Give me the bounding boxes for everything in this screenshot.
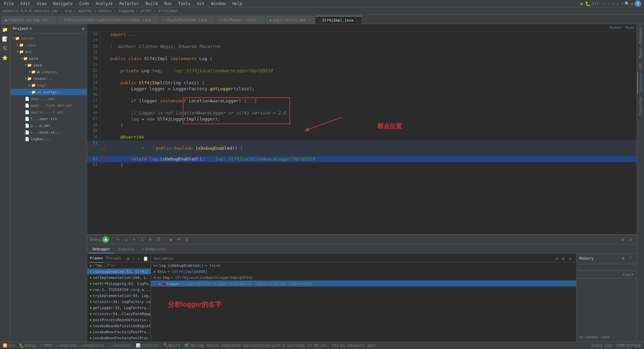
frame-down[interactable]: ↓	[138, 255, 140, 262]
frame-5[interactable]: ● <clinit>:34, LogFactory /o...	[87, 299, 151, 305]
tree-pom[interactable]: 📄 p...m.xml	[10, 122, 87, 129]
favorites-icon[interactable]: ⭐	[1, 54, 9, 62]
frames-button[interactable]: ⏱	[155, 236, 162, 243]
reader-mode-button[interactable]: Reader Mode	[609, 26, 634, 30]
tab-evaluation-close[interactable]: ✕	[154, 18, 156, 22]
status-debug[interactable]: 🐛 Debug	[19, 343, 36, 348]
tree-main[interactable]: ▼ 📁 main	[10, 55, 87, 62]
status-spring[interactable]: 🌿 Spring	[184, 343, 203, 348]
memory-settings[interactable]: ⚙	[620, 255, 627, 262]
menu-run[interactable]: Run	[163, 1, 173, 7]
project-icon[interactable]: 📁	[1, 26, 9, 34]
breakpoint-51[interactable]: ●	[103, 146, 105, 151]
profile-icon[interactable]: U	[635, 0, 641, 7]
menu-tools[interactable]: Tools	[177, 1, 192, 7]
var-item-isDebugEnabled[interactable]: oo log.isDebugEnabled() = false	[151, 262, 576, 268]
status-problems[interactable]: ⚠ Problems	[56, 343, 77, 348]
frame-9[interactable]: ● invokeBeanDefinitionRegist...	[87, 323, 151, 329]
frame-10[interactable]: ● invokeBeanFactoryPostPro...	[87, 329, 151, 335]
status-event-log[interactable]: Event Log	[591, 343, 611, 348]
tree-logback[interactable]: 📄 logbac...	[10, 136, 87, 142]
var-settings[interactable]: ⚙	[560, 255, 567, 262]
frame-4[interactable]: ● tryImplementation:93, Log...	[87, 293, 151, 299]
restore-layout-button[interactable]: ⊡	[183, 236, 190, 243]
frame-12[interactable]: ● refresh:532, AbstractApplic...	[87, 341, 151, 342]
frame-6[interactable]: ● getLogger:32, LogFactory...	[87, 305, 151, 311]
tree-license[interactable]: 📄 l...ense.xt...	[10, 129, 87, 136]
vtab-git[interactable]: Git	[638, 61, 643, 71]
tree-app-dev-yml[interactable]: 📄 appl...tion-dev.yml	[10, 102, 87, 109]
step-into-button[interactable]: ↓	[123, 236, 129, 243]
tree-app-yml[interactable]: 📄 appl... .yml	[10, 95, 87, 102]
tab-sql[interactable]: ◇ SqlMapper.class ✕	[216, 16, 265, 24]
debug-settings[interactable]: ⚙	[619, 236, 626, 243]
var-item-log[interactable]: ▼ oo log = {Slf4jLocationAwareLoggerImpl…	[151, 275, 576, 281]
menu-window[interactable]: Window	[210, 1, 227, 7]
tab-console[interactable]: Console	[114, 245, 138, 253]
frame-1[interactable]: ● setImplementation:104, L...	[87, 275, 151, 281]
breakpoint-52[interactable]: ●	[103, 156, 105, 162]
frame-11[interactable]: ● invokeBeanFactoryPostProc...	[87, 335, 151, 341]
tab-gwy-close[interactable]: ✕	[210, 18, 212, 22]
tab-logback[interactable]: ◆ logback-spring.xml ✕	[1, 16, 57, 24]
frames-settings[interactable]: ⚙	[127, 255, 129, 262]
tab-application[interactable]: ◆ application.yml ✕	[266, 16, 314, 24]
status-terminal[interactable]: ⬛ Terminal	[108, 343, 132, 348]
vtab-database[interactable]: Database	[638, 26, 643, 46]
var-add[interactable]: +	[553, 255, 560, 262]
frame-0[interactable]: ● isDebugEnabled:52, Slf4jI	[87, 268, 151, 275]
tree-compass[interactable]: ▼ 📁 ■ compass	[10, 68, 87, 75]
status-git[interactable]: 🔀 Git	[3, 343, 15, 348]
frame-2[interactable]: ● setSlf4jLogging:63, LogFa...	[87, 281, 151, 287]
run-button[interactable]: ▶	[580, 0, 584, 7]
menu-code[interactable]: Code	[78, 1, 91, 7]
tree-server[interactable]: ▼ 📁 server	[10, 35, 87, 42]
step-over-button[interactable]: ↷	[115, 236, 121, 243]
menu-view[interactable]: View	[36, 1, 48, 7]
status-profiler[interactable]: 📊 Profiler	[136, 343, 159, 348]
menu-analyze[interactable]: Analyze	[94, 1, 114, 7]
search-icon[interactable]: 🔍	[625, 1, 630, 6]
var-item-this[interactable]: ▶ this = {Slf4jImpl@5008}	[151, 268, 576, 275]
memory-expand[interactable]: ⌃	[627, 255, 634, 262]
tree-postgres[interactable]: ▶ 📁 ol.postgr...	[10, 89, 87, 95]
code-view[interactable]: 18 import ... 23 28 | Author: Clinton Be…	[87, 32, 637, 234]
tree-applicat[interactable]: 📄 applic... -t.yml	[10, 109, 87, 115]
sidebar-settings[interactable]: ⚙	[82, 27, 84, 31]
status-build[interactable]: 🔨 Build	[163, 343, 180, 348]
menu-file[interactable]: File	[3, 1, 15, 7]
tab-evaluation[interactable]: ☕ EtEvaluationGroupDetailServiceImpl.jav…	[57, 16, 159, 24]
tab-application-close[interactable]: ✕	[309, 18, 311, 22]
debug-run-button[interactable]: 🐛	[585, 1, 591, 6]
vtab-maven[interactable]: Maven	[638, 46, 643, 60]
menu-edit[interactable]: Edit	[19, 1, 32, 7]
vtab-favorites[interactable]: Favorites	[638, 95, 643, 117]
memory-search-input[interactable]	[579, 264, 635, 270]
frame-7[interactable]: ● <clinit>:54, ClassPathMapp...	[87, 311, 151, 317]
frame-3[interactable]: ● run-1, 732559750 /org.a...	[87, 287, 151, 293]
menu-git[interactable]: Git	[196, 1, 206, 7]
var-item-logger[interactable]: ▶ ● logger {Logger@5018} "Logger[org.apa…	[151, 281, 576, 287]
tree-lower-txt[interactable]: 📄 l...ower.txt	[10, 115, 87, 122]
menu-build[interactable]: Build	[144, 1, 159, 7]
tab-logback-close[interactable]: ✕	[51, 18, 53, 22]
tree-java[interactable]: ▼ 📁 java	[10, 62, 87, 68]
menu-help[interactable]: Help	[231, 1, 244, 7]
frame-up[interactable]: ↑	[132, 255, 135, 262]
status-todo[interactable]: ☑ TODO	[40, 343, 52, 348]
tab-endpoints[interactable]: ⚡Endpoints	[138, 245, 169, 253]
debug-close[interactable]: ✕	[627, 236, 634, 243]
status-endpoints[interactable]: ⚡ Endpoints	[81, 343, 104, 348]
stop-button[interactable]: ■	[167, 236, 174, 243]
vtab-structure[interactable]: Structure	[637, 72, 644, 94]
evaluate-button[interactable]: ≡	[147, 236, 154, 243]
tree-resources[interactable]: ▼ 📁 resour...	[10, 75, 87, 82]
frame-8[interactable]: ● postProcessBeanDefinitio...	[87, 317, 151, 323]
status-csdn[interactable]: CSDN·生产扯皮	[615, 343, 641, 348]
tab-slf4j-close[interactable]: ✕	[356, 18, 358, 22]
tree-idea[interactable]: ▶ 📁 .idea	[10, 42, 87, 48]
menu-refactor[interactable]: Refactor	[118, 1, 140, 7]
settings-icon[interactable]: ⚙	[631, 1, 633, 6]
debug-run-dot[interactable]: ●	[102, 236, 109, 243]
tree-migrations[interactable]: ▶ 📁 migr...	[10, 82, 87, 89]
